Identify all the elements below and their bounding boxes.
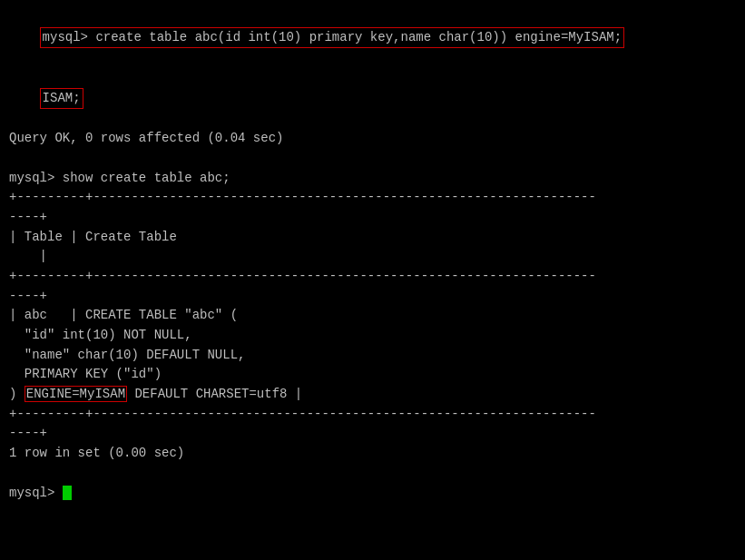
show-create-command: mysql> show create table abc; bbox=[9, 169, 736, 189]
table-header: | Table | Create Table bbox=[9, 228, 736, 248]
blank-1 bbox=[9, 149, 736, 169]
sep-mid-1: +---------+-----------------------------… bbox=[9, 267, 736, 287]
engine-highlight: ENGINE=MyISAM bbox=[25, 386, 127, 402]
sep-top-1: +---------+-----------------------------… bbox=[9, 188, 736, 208]
table-header-cont: | bbox=[9, 247, 736, 267]
col-table-label: Table bbox=[25, 230, 63, 244]
data-row-2: "id" int(10) NOT NULL, bbox=[9, 326, 736, 346]
data-row-3: "name" char(10) DEFAULT NULL, bbox=[9, 346, 736, 366]
engine-line: ) ENGINE=MyISAM DEFAULT CHARSET=utf8 | bbox=[9, 385, 736, 405]
command-box: mysql> create table abc(id int(10) prima… bbox=[40, 27, 625, 49]
final-prompt-line[interactable]: mysql> bbox=[9, 484, 736, 504]
data-row-1: | abc | CREATE TABLE "abc" ( bbox=[9, 306, 736, 326]
terminal-window: mysql> create table abc(id int(10) prima… bbox=[0, 0, 745, 560]
terminal-cursor bbox=[63, 486, 72, 500]
sep-bot-2: ----+ bbox=[9, 424, 736, 444]
row-count: 1 row in set (0.00 sec) bbox=[9, 444, 736, 464]
query-ok: Query OK, 0 rows affected (0.04 sec) bbox=[9, 129, 736, 149]
command-line-1: mysql> create table abc(id int(10) prima… bbox=[9, 7, 736, 68]
sep-bot-1: +---------+-----------------------------… bbox=[9, 405, 736, 425]
isam-line: ISAM; bbox=[9, 68, 736, 129]
isam-continuation: ISAM; bbox=[40, 88, 83, 110]
sep-top-2: ----+ bbox=[9, 208, 736, 228]
blank-2 bbox=[9, 464, 736, 484]
data-row-4: PRIMARY KEY ("id") bbox=[9, 365, 736, 385]
sep-mid-2: ----+ bbox=[9, 287, 736, 307]
